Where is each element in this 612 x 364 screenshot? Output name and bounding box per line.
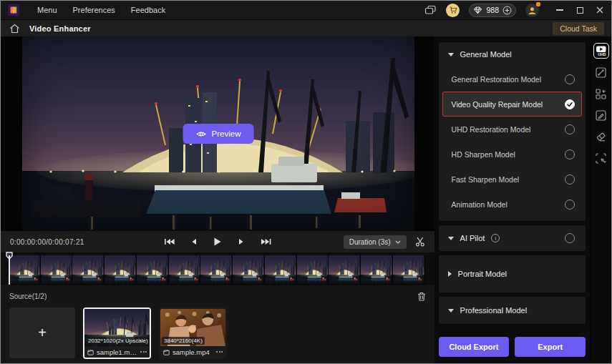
tool-batch-add[interactable] [593,86,609,102]
section-label: Professional Model [460,306,528,315]
file-name: sample.mp4 [173,348,213,356]
step-back-button[interactable] [191,238,197,245]
header-bar: Video Enhancer Cloud Task [1,19,611,36]
tool-ai-select[interactable] [593,150,609,166]
skip-start-button[interactable] [164,238,175,245]
info-icon[interactable]: i [491,234,500,242]
tool-eraser[interactable] [593,129,609,144]
radio-button[interactable] [565,174,575,185]
portrait-model-section: Portrait Model [439,255,586,292]
screens-icon[interactable] [424,5,437,15]
chevron-down-icon [395,240,401,244]
preview-label: Preview [212,129,241,138]
more-options-button[interactable] [216,351,223,353]
svg-text:UHD: UHD [598,52,606,56]
more-options-button[interactable] [140,351,147,353]
tool-compare[interactable] [593,64,609,80]
source-count-label: Source(1/2) [9,292,47,300]
filmstrip[interactable] [9,255,425,283]
portrait-model-header[interactable]: Portrait Model [439,270,586,278]
export-button[interactable]: Export [515,337,586,357]
feedback-button[interactable]: Feedback [123,6,173,14]
eye-icon [196,130,207,138]
model-option-uhd-restoration[interactable]: UHD Restoration Model [442,117,583,142]
resolution-badge: 2032*1020(2x Upscale) [86,337,150,345]
resolution-badge: 3840*2160(4K) [162,337,205,345]
credits-count: 988 [486,6,499,14]
add-label: + [38,325,47,341]
add-credits-icon[interactable] [502,6,512,15]
model-panel: General Model General Restoration Model … [434,36,591,363]
model-option-video-quality-repair[interactable]: Video Quality Repair Model [442,92,583,117]
timeline [1,252,434,285]
section-label: AI Pilot [460,234,485,242]
professional-model-section: Professional Model [439,297,586,324]
video-file-icon [163,349,170,355]
duration-dropdown[interactable]: Duration (3s) [344,235,407,249]
radio-button[interactable] [565,74,575,84]
skip-end-button[interactable] [261,238,271,245]
home-button[interactable] [8,22,21,35]
general-model-header[interactable]: General Model [439,42,586,67]
general-model-section: General Model General Restoration Model … [439,42,586,221]
radio-button[interactable] [565,99,575,109]
add-source-button[interactable]: + [9,308,75,358]
duration-label: Duration (3s) [349,238,391,246]
ai-pilot-section: AI Pilot i [439,225,586,251]
titlebar: Menu Preferences Feedback 988 [1,1,611,19]
cloud-task-button[interactable]: Cloud Task [553,22,604,35]
option-label: HD Sharpen Model [452,150,515,159]
page-title: Video Enhancer [29,24,91,33]
collapse-arrow-icon [448,53,454,56]
video-preview-area: Preview [1,36,434,231]
step-forward-button[interactable] [238,238,244,245]
option-label: General Restoration Model [452,75,541,84]
minimize-button[interactable] [555,6,564,14]
delete-source-button[interactable] [417,292,426,301]
menu-button[interactable]: Menu [29,6,65,14]
option-label: UHD Restoration Model [452,125,531,134]
video-file-icon [87,349,94,355]
maximize-button[interactable] [575,6,584,14]
timecode: 0:00:00:00/0:00:07:21 [10,238,84,246]
model-option-fast-sharpen[interactable]: Fast Sharpen Model [442,167,583,192]
notification-badge [536,2,540,6]
app-window: Menu Preferences Feedback 988 [0,0,612,364]
cloud-export-button[interactable]: Cloud Export [439,337,510,357]
gem-icon [473,6,482,14]
trim-scissors-button[interactable] [415,237,425,247]
source-panel: Source(1/2) + 2032*1020(2x Upscale) [1,285,434,363]
file-name: sample1.mp4 [97,348,137,356]
option-label: Fast Sharpen Model [452,175,520,184]
section-label: General Model [460,50,512,59]
model-option-animation[interactable]: Animation Model [442,192,583,217]
option-label: Video Quality Repair Model [452,100,543,109]
model-option-hd-sharpen[interactable]: HD Sharpen Model [442,142,583,167]
right-toolbar: UHD [590,36,611,363]
collapse-arrow-icon [448,237,454,240]
collapse-arrow-icon [448,309,454,313]
tool-uhd-enhance[interactable]: UHD [593,43,609,59]
store-cart-button[interactable] [446,4,460,17]
option-label: Animation Model [452,200,507,209]
ai-pilot-header[interactable]: AI Pilot i [439,225,586,251]
play-button[interactable] [213,237,221,246]
close-button[interactable] [596,6,604,14]
account-avatar[interactable] [525,4,539,17]
model-option-general-restoration[interactable]: General Restoration Model [442,67,583,92]
credits-counter[interactable]: 988 [469,4,516,17]
source-tile-sample[interactable]: 3840*2160(4K) sample.mp4 [159,308,227,359]
playback-controls: 0:00:00:00/0:00:07:21 Duration (3s) [1,231,434,252]
radio-button[interactable] [565,233,575,243]
tool-edit[interactable] [593,107,609,123]
radio-button[interactable] [565,124,575,134]
source-tile-sample1[interactable]: 2032*1020(2x Upscale) sample1.mp4 [83,308,151,359]
professional-model-header[interactable]: Professional Model [439,306,586,315]
playhead-marker[interactable] [6,250,13,285]
radio-button[interactable] [565,200,575,210]
app-logo-icon [8,4,19,16]
video-frame: Preview [22,36,414,231]
preferences-button[interactable]: Preferences [65,6,123,14]
preview-button[interactable]: Preview [183,124,254,144]
radio-button[interactable] [565,149,575,159]
